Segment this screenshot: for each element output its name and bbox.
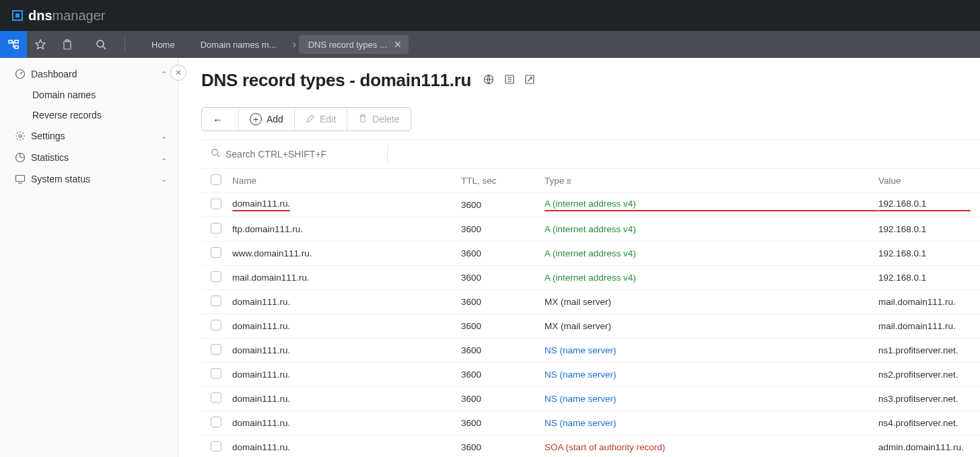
row-checkbox[interactable] [211, 368, 221, 379]
record-name[interactable]: domain111.ru. [232, 418, 461, 428]
row-checkbox[interactable] [211, 344, 221, 355]
record-name[interactable]: domain111.ru. [232, 345, 461, 355]
record-ttl: 3600 [461, 273, 545, 283]
column-header-name[interactable]: Name [232, 176, 461, 186]
arrow-left-icon: ← [213, 114, 223, 125]
sidebar-item-reverse-records[interactable]: Reverse records [0, 105, 178, 125]
row-checkbox[interactable] [211, 295, 221, 306]
table-row[interactable]: ftp.domain111.ru.3600A (internet address… [201, 217, 980, 242]
table-row[interactable]: domain111.ru.3600NS (name server)ns4.pro… [201, 411, 980, 435]
column-header-ttl[interactable]: TTL, sec [461, 176, 545, 186]
back-button[interactable]: ← [202, 108, 239, 131]
favorites-button[interactable] [27, 31, 54, 58]
table-row[interactable]: www.domain111.ru.3600A (internet address… [201, 242, 980, 266]
record-ttl: 3600 [461, 394, 545, 404]
record-name[interactable]: mail.domain111.ru. [232, 273, 461, 283]
gauge-icon [13, 69, 27, 79]
record-ttl: 3600 [461, 200, 545, 210]
chevron-up-icon: ⌃ [161, 70, 167, 79]
chevron-right-icon: › [292, 38, 295, 50]
record-name[interactable]: ftp.domain111.ru. [232, 224, 461, 234]
sidebar-item-system-status[interactable]: System status ⌄ [0, 168, 178, 190]
globe-icon[interactable] [483, 75, 494, 87]
sidebar-item-domain-names[interactable]: Domain names [0, 85, 178, 105]
add-button[interactable]: + Add [239, 108, 295, 131]
sidebar-item-dashboard[interactable]: Dashboard ⌃ [0, 63, 178, 85]
breadcrumb-home[interactable]: Home [142, 36, 184, 54]
record-ttl: 3600 [461, 345, 545, 355]
record-type: MX (mail server) [545, 321, 878, 331]
svg-point-5 [97, 40, 104, 47]
button-label: Add [267, 114, 283, 125]
record-ttl: 3600 [461, 297, 545, 307]
list-icon[interactable] [504, 75, 515, 87]
tree-view-button[interactable] [0, 31, 27, 58]
record-value: admin.domain111.ru. [878, 442, 971, 452]
search-icon [211, 148, 220, 160]
sidebar-item-statistics[interactable]: Statistics ⌄ [0, 147, 178, 168]
sidebar-item-label: Dashboard [31, 69, 77, 79]
row-checkbox[interactable] [211, 320, 221, 330]
svg-rect-3 [64, 41, 71, 49]
global-search-button[interactable] [88, 39, 114, 50]
record-type: A (internet address v4) [545, 248, 878, 258]
record-value: ns2.profitserver.net. [878, 370, 971, 380]
record-name[interactable]: domain111.ru. [232, 297, 461, 307]
table-search-input[interactable] [225, 149, 380, 160]
chevron-down-icon: ⌄ [161, 153, 167, 162]
divider [125, 37, 125, 52]
table-row[interactable]: domain111.ru.3600NS (name server)ns2.pro… [201, 363, 980, 387]
record-type: SOA (start of authority record) [545, 442, 878, 452]
row-checkbox[interactable] [211, 223, 221, 234]
table-row[interactable]: domain111.ru.3600MX (mail server)mail.do… [201, 314, 980, 339]
delete-button[interactable]: Delete [347, 108, 410, 131]
clipboard-button[interactable] [54, 31, 81, 58]
record-type: MX (mail server) [545, 297, 878, 307]
record-name[interactable]: domain111.ru. [232, 321, 461, 331]
record-value: 192.168.0.1 [878, 224, 971, 234]
export-icon[interactable] [524, 75, 535, 87]
records-table: Name TTL, sec Type≣ Value domain111.ru.3… [201, 139, 980, 457]
row-checkbox[interactable] [211, 199, 221, 209]
close-icon[interactable]: ✕ [394, 39, 402, 50]
row-checkbox[interactable] [211, 417, 221, 427]
record-name[interactable]: domain111.ru. [232, 394, 461, 404]
edit-button[interactable]: Edit [295, 108, 347, 131]
pie-chart-icon [13, 152, 27, 163]
button-label: Edit [320, 114, 336, 125]
record-value: ns3.profitserver.net. [878, 394, 971, 404]
svg-point-13 [212, 149, 218, 155]
table-row[interactable]: mail.domain111.ru.3600A (internet addres… [201, 266, 980, 290]
record-name[interactable]: domain111.ru. [232, 199, 461, 211]
table-row[interactable]: domain111.ru.3600A (internet address v4)… [201, 193, 980, 217]
record-value: 192.168.0.1 [878, 199, 971, 211]
breadcrumb-active-tab[interactable]: DNS record types ... ✕ [299, 35, 409, 54]
record-type: A (internet address v4) [545, 224, 878, 234]
table-row[interactable]: domain111.ru.3600SOA (start of authority… [201, 435, 980, 457]
select-all-checkbox[interactable] [211, 174, 221, 185]
record-name[interactable]: domain111.ru. [232, 370, 461, 380]
record-name[interactable]: domain111.ru. [232, 442, 461, 452]
table-row[interactable]: domain111.ru.3600NS (name server)ns1.pro… [201, 339, 980, 363]
panel-close-button[interactable]: ✕ [170, 65, 186, 81]
column-header-type[interactable]: Type≣ [545, 176, 878, 186]
column-header-value[interactable]: Value [878, 176, 971, 186]
sidebar-item-label: System status [31, 174, 90, 184]
table-row[interactable]: domain111.ru.3600NS (name server)ns3.pro… [201, 387, 980, 411]
row-checkbox[interactable] [211, 441, 221, 452]
breadcrumb-domain-names[interactable]: Domain names m... [191, 36, 286, 54]
chevron-down-icon: ⌄ [161, 132, 167, 141]
record-value: mail.domain111.ru. [878, 297, 971, 307]
row-checkbox[interactable] [211, 271, 221, 282]
page-title: DNS record types - domain111.ru [201, 70, 471, 91]
record-type: NS (name server) [545, 345, 878, 355]
record-type: NS (name server) [545, 418, 878, 428]
tab-label: DNS record types ... [308, 40, 387, 50]
record-value: ns4.profitserver.net. [878, 418, 971, 428]
row-checkbox[interactable] [211, 392, 221, 403]
table-row[interactable]: domain111.ru.3600MX (mail server)mail.do… [201, 290, 980, 314]
record-value: mail.domain111.ru. [878, 321, 971, 331]
sidebar-item-settings[interactable]: Settings ⌄ [0, 125, 178, 147]
record-name[interactable]: www.domain111.ru. [232, 248, 461, 258]
row-checkbox[interactable] [211, 247, 221, 258]
